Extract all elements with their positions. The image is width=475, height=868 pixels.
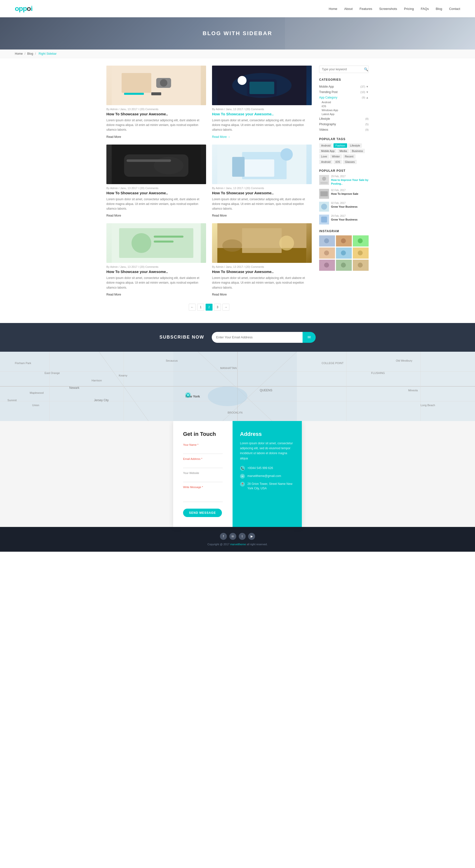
contact-desc: Lorem ipsum dolor sit amet, consectetur … — [240, 441, 294, 461]
category-videos[interactable]: Videos (9) — [319, 127, 369, 132]
svg-rect-5 — [151, 92, 161, 95]
email-input[interactable] — [183, 461, 223, 468]
website-field: Your Website — [183, 471, 223, 482]
search-button[interactable]: 🔍 — [361, 67, 369, 71]
tag-recent[interactable]: Recent — [343, 154, 355, 159]
social-linkedin[interactable]: in — [229, 533, 236, 540]
tag-love[interactable]: Love — [319, 154, 329, 159]
category-mobile-app[interactable]: Mobile App (37) ▼ — [319, 84, 369, 89]
read-more-3[interactable]: Read More — [106, 214, 121, 217]
tag-media[interactable]: Media — [338, 149, 349, 153]
sub-windows[interactable]: Windows App — [322, 108, 369, 112]
footer-copyright: Copyright @ 2017 marveltheme all right r… — [208, 543, 268, 546]
tag-ios[interactable]: iOS — [334, 160, 342, 164]
svg-rect-4 — [124, 93, 144, 95]
instagram-grid — [319, 236, 369, 271]
pagination-page-1[interactable]: 1 — [197, 304, 204, 311]
social-facebook[interactable]: f — [220, 533, 227, 540]
insta-img-6[interactable] — [353, 248, 369, 259]
nav-blog[interactable]: Blog — [436, 7, 442, 11]
post-excerpt-5: Lorem ipsum dolor sit amet, consectetur … — [106, 276, 206, 290]
post-image-6 — [212, 223, 312, 263]
nav-faqs[interactable]: FAQs — [421, 7, 429, 11]
insta-img-3[interactable] — [353, 236, 369, 247]
breadcrumb-current: Right Sidebar — [39, 52, 57, 56]
pagination-next[interactable]: → — [222, 304, 229, 311]
hero-banner: BLOG WITH SIDEBAR — [0, 17, 475, 50]
message-input[interactable] — [183, 490, 223, 502]
insta-img-7[interactable] — [319, 260, 335, 271]
category-lifestyle[interactable]: Lifestyle (8) — [319, 116, 369, 122]
popular-tags-section: POPULAR TAGS Android Fashion Lifestyle M… — [319, 137, 369, 164]
svg-point-3 — [160, 79, 167, 87]
post-meta-1: By Admin / Janu, 13 2017 / (20) Comments — [106, 108, 206, 111]
insta-img-9[interactable] — [353, 260, 369, 271]
post-meta-3: By Admin / Janu, 13 2017 / (20) Comments — [106, 187, 206, 190]
nav-screenshots[interactable]: Screenshots — [379, 7, 397, 11]
category-photography[interactable]: Photography (5) — [319, 122, 369, 127]
post-meta-5: By Admin / Janu, 13 2017 / (20) Comments — [106, 265, 206, 268]
post-title-2: How To Showcase your Awesome.. — [212, 112, 312, 116]
pp-title-3[interactable]: Grow Your Business — [331, 205, 369, 209]
insta-img-8[interactable] — [336, 260, 352, 271]
website-input[interactable] — [183, 475, 223, 482]
nav-about[interactable]: About — [344, 7, 352, 11]
search-input[interactable] — [319, 66, 361, 73]
tag-lifestyle[interactable]: Lifestyle — [348, 143, 362, 148]
svg-text:Secaucus: Secaucus — [166, 359, 178, 362]
instagram-section: INSTAGRAM — [319, 229, 369, 271]
tag-winter[interactable]: Winter — [330, 154, 342, 159]
tag-business[interactable]: Business — [350, 149, 365, 153]
post-excerpt-6: Lorem ipsum dolor sit amet, consectetur … — [212, 276, 312, 290]
read-more-2[interactable]: Read More — [212, 135, 230, 138]
send-message-button[interactable]: SEND MESSAGE — [183, 508, 222, 517]
name-input[interactable] — [183, 447, 223, 454]
insta-img-5[interactable] — [336, 248, 352, 259]
tag-glasses[interactable]: Glasses — [343, 160, 357, 164]
pp-title-1[interactable]: How to Improve Your Sale by Posting.. — [331, 178, 369, 186]
read-more-4[interactable]: Read More — [212, 214, 227, 217]
pagination-prev[interactable]: ← — [189, 304, 196, 311]
social-youtube[interactable]: ▶ — [248, 533, 255, 540]
category-app[interactable]: App Category (9) ▲ — [319, 95, 369, 100]
insta-img-2[interactable] — [336, 236, 352, 247]
svg-point-10 — [238, 76, 247, 85]
name-field: Your Name * — [183, 443, 223, 454]
popular-post-item-2: 02 Feb, 2017 How To Improve Sale — [319, 189, 369, 199]
pagination-page-3[interactable]: 3 — [214, 304, 221, 311]
category-trending[interactable]: Trending Post (10) ▼ — [319, 89, 369, 95]
insta-img-4[interactable] — [319, 248, 335, 259]
social-twitter[interactable]: t — [239, 533, 246, 540]
tag-android-2[interactable]: Android — [319, 160, 332, 164]
website-label: Your Website — [183, 471, 223, 474]
pp-title-2[interactable]: How To Improve Sale — [331, 192, 369, 196]
sub-latest[interactable]: Latest App — [322, 112, 369, 116]
svg-point-48 — [341, 250, 346, 255]
subscribe-button[interactable]: ✉ — [303, 332, 316, 343]
tag-fashion[interactable]: Fashion — [334, 143, 347, 148]
posts-row-2: By Admin / Janu, 13 2017 / (20) Comments… — [106, 145, 312, 218]
read-more-6[interactable]: Read More — [212, 293, 227, 296]
nav-features[interactable]: Features — [359, 7, 372, 11]
read-more-5[interactable]: Read More — [106, 293, 121, 296]
svg-text:Jersey City: Jersey City — [94, 399, 108, 402]
breadcrumb-home[interactable]: Home — [15, 52, 23, 56]
post-excerpt-1: Lorem ipsum dolor sit amet, consectetur … — [106, 118, 206, 132]
breadcrumb-blog[interactable]: Blog — [27, 52, 33, 56]
footer-brand-link[interactable]: marveltheme — [230, 543, 246, 546]
sub-android[interactable]: Android — [322, 100, 369, 104]
nav-home[interactable]: Home — [329, 7, 338, 11]
nav-pricing[interactable]: Pricing — [404, 7, 414, 11]
subscribe-email-input[interactable] — [212, 332, 303, 343]
insta-img-1[interactable] — [319, 236, 335, 247]
tag-mobile-app[interactable]: Mobile App — [319, 149, 337, 153]
read-more-1[interactable]: Read More — [106, 135, 121, 138]
popular-post-item-3: 02 Feb, 2017 Grow Your Business — [319, 202, 369, 212]
svg-text:Union: Union — [32, 404, 39, 407]
pagination-page-2[interactable]: 2 — [205, 304, 213, 311]
tag-android-1[interactable]: Android — [319, 143, 332, 148]
search-icon: 🔍 — [364, 67, 368, 71]
sub-ios[interactable]: iOS — [322, 104, 369, 108]
pp-title-4[interactable]: Grow Your Business — [331, 218, 369, 221]
nav-contact[interactable]: Contact — [449, 7, 460, 11]
